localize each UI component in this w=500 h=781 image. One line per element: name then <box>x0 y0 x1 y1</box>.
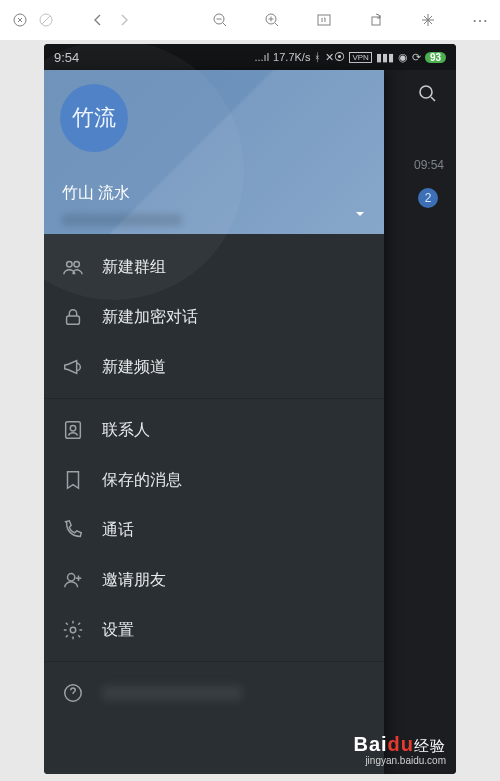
megaphone-icon <box>62 356 102 378</box>
browser-toolbar: ⋯ <box>0 0 500 40</box>
account-switch-icon[interactable] <box>354 206 366 224</box>
svg-point-13 <box>70 627 76 633</box>
search-icon[interactable] <box>416 82 438 108</box>
avatar[interactable]: 竹流 <box>60 84 128 152</box>
rotate-icon[interactable] <box>366 10 386 30</box>
bluetooth-icon: ᚼ <box>314 51 321 63</box>
phone-icon <box>62 519 102 541</box>
contact-icon <box>62 419 102 441</box>
menu-label: 设置 <box>102 620 134 641</box>
menu-new-channel[interactable]: 新建频道 <box>44 342 384 392</box>
menu-saved-messages[interactable]: 保存的消息 <box>44 455 384 505</box>
menu-label: 保存的消息 <box>102 470 182 491</box>
adduser-icon <box>62 569 102 591</box>
drawer-menu: 新建群组 新建加密对话 新建频道 联系人 保存的消息 通话 <box>44 234 384 726</box>
gear-icon <box>62 619 102 641</box>
menu-label: 通话 <box>102 520 134 541</box>
sparkle-icon[interactable] <box>418 10 438 30</box>
menu-contacts[interactable]: 联系人 <box>44 405 384 455</box>
close-tab-icon[interactable] <box>10 10 30 30</box>
vpn-icon: VPN <box>349 52 371 63</box>
menu-label: 新建加密对话 <box>102 307 198 328</box>
menu-help[interactable] <box>44 668 384 718</box>
wifi-icon: ◉ <box>398 51 408 64</box>
zoom-out-icon[interactable] <box>210 10 230 30</box>
battery-badge: 93 <box>425 52 446 63</box>
drawer-header[interactable]: 竹流 竹山 流水 <box>44 70 384 234</box>
menu-separator <box>44 398 384 399</box>
menu-separator <box>44 661 384 662</box>
app-background: 09:54 2 <box>384 70 456 774</box>
mute-icon: ✕⦿ <box>325 51 345 64</box>
account-name: 竹山 流水 <box>62 183 130 204</box>
menu-label: 新建频道 <box>102 357 166 378</box>
phone-frame: 9:54 ...ıl 17.7K/s ᚼ ✕⦿ VPN ▮▮▮ ◉ ⟳ 93 0… <box>44 44 456 774</box>
disabled-icon <box>36 10 56 30</box>
actual-size-icon[interactable] <box>314 10 334 30</box>
svg-point-12 <box>68 574 75 581</box>
signal-dots-icon: ...ıl <box>254 51 269 63</box>
svg-rect-4 <box>318 15 330 25</box>
menu-calls[interactable]: 通话 <box>44 505 384 555</box>
navigation-drawer: 竹流 竹山 流水 新建群组 新建加密对话 新建频道 联系人 <box>44 70 384 774</box>
svg-point-6 <box>420 86 432 98</box>
svg-rect-9 <box>67 316 80 324</box>
help-icon <box>62 682 102 704</box>
lock-icon <box>62 306 102 328</box>
net-speed: 17.7K/s <box>273 51 310 63</box>
menu-label-blurred <box>102 686 242 700</box>
menu-settings[interactable]: 设置 <box>44 605 384 655</box>
menu-new-secret-chat[interactable]: 新建加密对话 <box>44 292 384 342</box>
unread-badge: 2 <box>418 188 438 208</box>
forward-icon <box>114 10 134 30</box>
back-icon[interactable] <box>88 10 108 30</box>
chat-time: 09:54 <box>414 158 444 172</box>
menu-label: 邀请朋友 <box>102 570 166 591</box>
more-icon[interactable]: ⋯ <box>470 10 490 30</box>
zoom-in-icon[interactable] <box>262 10 282 30</box>
menu-invite-friends[interactable]: 邀请朋友 <box>44 555 384 605</box>
menu-label: 联系人 <box>102 420 150 441</box>
svg-point-11 <box>70 425 76 431</box>
sync-icon: ⟳ <box>412 51 421 64</box>
account-sub-blurred <box>62 214 182 226</box>
bookmark-icon <box>62 469 102 491</box>
svg-rect-10 <box>66 422 81 439</box>
cell-signal-icon: ▮▮▮ <box>376 51 394 64</box>
